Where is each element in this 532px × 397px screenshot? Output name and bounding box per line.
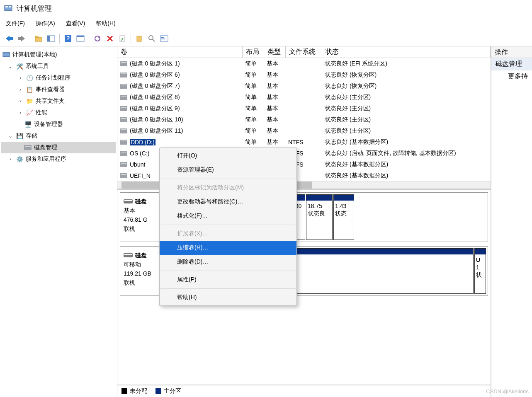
cm-extend: 扩展卷(X)… <box>160 227 296 241</box>
menu-view[interactable]: 查看(V) <box>66 20 85 27</box>
volume-row[interactable]: (磁盘 0 磁盘分区 8)简单基本状态良好 (主分区) <box>117 92 491 103</box>
volume-row[interactable]: (磁盘 0 磁盘分区 1)简单基本状态良好 (EFI 系统分区) <box>117 58 491 69</box>
tree-systools[interactable]: ⌄ 🛠️ 系统工具 <box>1 61 116 72</box>
app-icon <box>4 4 12 12</box>
cm-change-letter[interactable]: 更改驱动器号和路径(C)… <box>160 195 296 209</box>
titlebar: 计算机管理 <box>0 0 532 17</box>
properties-icon[interactable] <box>117 33 128 44</box>
up-button[interactable] <box>33 33 44 44</box>
svg-rect-20 <box>3 52 10 57</box>
forward-button[interactable] <box>16 33 27 44</box>
show-hide-tree-button[interactable] <box>45 33 57 44</box>
chevron-right-icon[interactable]: › <box>17 75 23 81</box>
tree-task[interactable]: › 🕒 任务计划程序 <box>1 72 116 84</box>
menu-action[interactable]: 操作(A) <box>36 20 55 27</box>
menubar: 文件(F) 操作(A) 查看(V) 帮助(H) <box>0 17 532 31</box>
cm-mark-active: 将分区标记为活动分区(M) <box>160 181 296 195</box>
svg-rect-6 <box>35 36 38 38</box>
volume-icon <box>120 140 127 145</box>
window-title: 计算机管理 <box>17 4 52 13</box>
services-icon: ⚙️ <box>16 155 23 163</box>
volume-row[interactable]: (磁盘 0 磁盘分区 11)简单基本状态良好 (主分区) <box>117 125 491 136</box>
tree-devmgr[interactable]: 🖥️ 设备管理器 <box>1 119 116 130</box>
chevron-right-icon[interactable]: › <box>17 98 23 104</box>
volume-row[interactable]: (磁盘 0 磁盘分区 7)简单基本状态良好 (恢复分区) <box>117 80 491 92</box>
device-icon: 🖥️ <box>24 121 32 128</box>
volume-row[interactable]: (磁盘 0 磁盘分区 9)简单基本状态良好 (主分区) <box>117 103 491 114</box>
computer-icon <box>2 51 10 58</box>
svg-rect-2 <box>9 6 11 7</box>
volume-icon <box>120 84 127 89</box>
tree-event[interactable]: › 📋 事件查看器 <box>1 84 116 95</box>
action-diskmgmt[interactable]: 磁盘管理 <box>491 58 532 70</box>
svg-rect-8 <box>47 36 50 41</box>
cm-explorer[interactable]: 资源管理器(E) <box>160 163 296 177</box>
cm-help[interactable]: 帮助(H) <box>160 290 296 305</box>
svg-point-16 <box>149 36 153 40</box>
chevron-down-icon[interactable]: ⌄ <box>7 63 13 69</box>
menu-help[interactable]: 帮助(H) <box>96 20 115 27</box>
tree-perf[interactable]: › 📈 性能 <box>1 107 116 119</box>
svg-rect-18 <box>161 37 164 38</box>
partition[interactable]: U 1 状 <box>474 248 486 294</box>
volume-icon <box>120 173 127 178</box>
tree-storage[interactable]: ⌄ 💾 存储 <box>1 130 116 142</box>
tree-services[interactable]: › ⚙️ 服务和应用程序 <box>1 153 116 165</box>
volume-icon <box>120 95 127 100</box>
cm-shrink[interactable]: 压缩卷(H)… <box>160 241 296 255</box>
volume-list-header: 卷 布局 类型 文件系统 状态 <box>117 46 491 58</box>
actions-pane: 操作 磁盘管理 更多持 <box>491 46 532 397</box>
disk-icon <box>124 253 133 257</box>
volume-row[interactable]: (磁盘 0 磁盘分区 6)简单基本状态良好 (恢复分区) <box>117 69 491 80</box>
disk-icon <box>124 199 133 203</box>
action-more[interactable]: 更多持 <box>491 70 532 83</box>
view-list-button[interactable] <box>75 33 86 44</box>
cm-format[interactable]: 格式化(F)… <box>160 209 296 223</box>
event-icon: 📋 <box>26 86 33 93</box>
volume-icon <box>120 106 127 111</box>
perf-icon: 📈 <box>26 109 33 116</box>
partition[interactable]: 18.75状态良 <box>306 194 333 240</box>
chevron-right-icon[interactable]: › <box>7 156 13 162</box>
partition[interactable]: 1.43状态 <box>333 194 354 240</box>
col-volume[interactable]: 卷 <box>117 46 243 58</box>
tree-diskmgmt[interactable]: 磁盘管理 <box>1 142 116 153</box>
col-fs[interactable]: 文件系统 <box>286 46 322 58</box>
help-icon[interactable]: ? <box>62 33 74 44</box>
cm-delete[interactable]: 删除卷(D)… <box>160 255 296 269</box>
volume-row[interactable]: DDD (D:)简单基本NTFS状态良好 (基本数据分区) <box>117 136 491 148</box>
options-icon[interactable] <box>158 33 170 44</box>
chevron-right-icon[interactable]: › <box>17 110 23 116</box>
cm-properties[interactable]: 属性(P) <box>160 273 296 287</box>
delete-icon[interactable] <box>104 33 116 44</box>
new-icon[interactable] <box>134 33 145 44</box>
menu-file[interactable]: 文件(F) <box>6 20 25 27</box>
refresh-icon[interactable] <box>92 33 103 44</box>
disk-icon <box>24 144 32 151</box>
col-type[interactable]: 类型 <box>264 46 286 58</box>
chevron-down-icon[interactable]: ⌄ <box>7 133 13 139</box>
back-button[interactable] <box>3 33 15 44</box>
toolbar: ? <box>0 31 532 46</box>
chevron-right-icon[interactable]: › <box>17 87 23 92</box>
context-menu: 打开(O) 资源管理器(E) 将分区标记为活动分区(M) 更改驱动器号和路径(C… <box>159 148 297 306</box>
settings-icon[interactable] <box>146 33 158 44</box>
volume-icon <box>120 61 127 66</box>
tree-root[interactable]: 计算机管理(本地) <box>1 49 116 61</box>
svg-rect-3 <box>9 37 13 40</box>
svg-rect-19 <box>161 39 165 39</box>
volume-icon <box>120 73 127 77</box>
tree-share[interactable]: › 📁 共享文件夹 <box>1 95 116 107</box>
col-layout[interactable]: 布局 <box>243 46 264 58</box>
cm-open[interactable]: 打开(O) <box>160 149 296 163</box>
legend-primary: 主分区 <box>155 387 181 395</box>
clock-icon: 🕒 <box>26 74 33 82</box>
volume-icon <box>120 162 127 167</box>
legend: 未分配 主分区 <box>117 385 491 397</box>
svg-rect-15 <box>137 36 141 41</box>
tree-pane[interactable]: 计算机管理(本地) ⌄ 🛠️ 系统工具 › 🕒 任务计划程序 › 📋 事件查看器… <box>0 46 117 397</box>
volume-icon <box>120 151 127 156</box>
actions-header: 操作 <box>491 46 532 58</box>
col-status[interactable]: 状态 <box>322 46 491 58</box>
volume-row[interactable]: (磁盘 0 磁盘分区 10)简单基本状态良好 (主分区) <box>117 114 491 125</box>
